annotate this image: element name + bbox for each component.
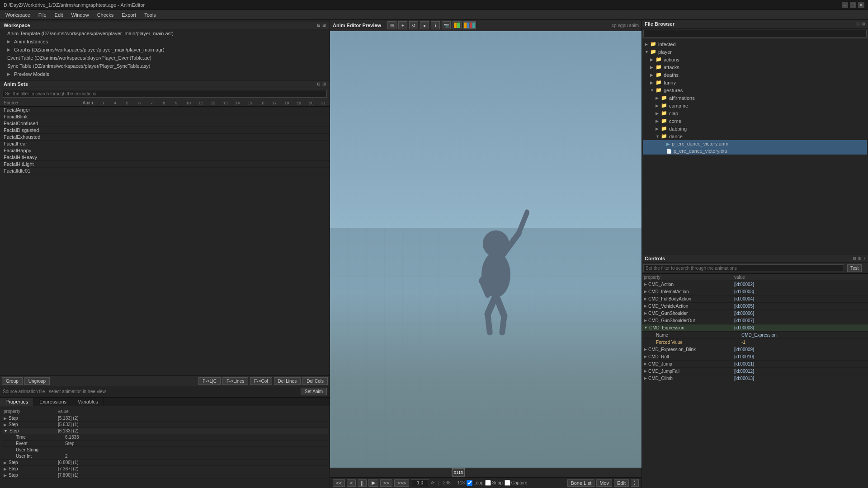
info-button[interactable]: ℹ bbox=[431, 21, 440, 29]
anim-sets-icon-1[interactable]: ⊟ bbox=[317, 82, 321, 86]
expand-icon[interactable]: ▶ bbox=[644, 289, 647, 294]
expand-icon[interactable]: ▶ bbox=[644, 354, 647, 359]
anim-row[interactable]: FacialBlink bbox=[0, 113, 330, 120]
color-mode-button[interactable] bbox=[463, 21, 476, 29]
minimize-button[interactable]: ─ bbox=[842, 2, 848, 8]
capture-checkbox[interactable] bbox=[505, 480, 510, 486]
frame-start-button[interactable]: << bbox=[333, 479, 345, 487]
file-tree-item[interactable]: ▶📁deaths bbox=[643, 71, 867, 79]
prop-row[interactable]: User Int 2 bbox=[2, 453, 328, 460]
file-tree-item[interactable]: 📄p_erc_dance_victory.txa bbox=[643, 147, 867, 155]
ctrl-icon-2[interactable]: ⊞ bbox=[858, 256, 862, 261]
anim-set-btn-del-lines[interactable]: Del Lines bbox=[274, 377, 301, 385]
file-tree-item[interactable]: ▼📁gestures bbox=[643, 86, 867, 94]
menu-item-tools[interactable]: Tools bbox=[141, 11, 160, 19]
workspace-item[interactable]: ▶Preview Models bbox=[0, 70, 330, 78]
dot-button[interactable]: ● bbox=[420, 21, 429, 29]
collapse-arrow-icon[interactable]: ▼ bbox=[4, 429, 8, 433]
menu-item-file[interactable]: File bbox=[35, 11, 50, 19]
expand-arrow-icon[interactable]: ▶ bbox=[4, 473, 7, 478]
expand-arrow-icon[interactable]: ▶ bbox=[4, 467, 7, 471]
anim-set-btn-ungroup[interactable]: Ungroup bbox=[24, 377, 50, 385]
props-tab-variables[interactable]: Variables bbox=[72, 398, 104, 406]
prop-row[interactable]: ▶ Step [5.133] (2) bbox=[2, 415, 328, 422]
controls-row[interactable]: ▶ CMD_GunShoulderOut [id:00007] bbox=[642, 317, 868, 324]
file-tree-item[interactable]: ▶📁infected bbox=[643, 40, 867, 48]
anim-row[interactable]: FacialAnger bbox=[0, 107, 330, 113]
ctrl-icon-1[interactable]: ⊟ bbox=[853, 256, 856, 261]
expand-icon[interactable]: ▶ bbox=[644, 347, 647, 352]
snap-checkbox-label[interactable]: Snap bbox=[485, 480, 502, 486]
prop-row[interactable]: ▶ Step [5.633] (1) bbox=[2, 422, 328, 428]
capture-checkbox-label[interactable]: Capture bbox=[505, 480, 528, 486]
fb-icon-2[interactable]: ⊞ bbox=[862, 22, 865, 26]
expand-icon[interactable]: ▶ bbox=[644, 296, 647, 301]
expand-icon[interactable]: ▶ bbox=[644, 361, 647, 366]
controls-row[interactable]: ▶ CMD_Roll [id:00010] bbox=[642, 353, 868, 361]
set-anim-button[interactable]: Set Anim bbox=[301, 388, 327, 395]
menu-item-export[interactable]: Export bbox=[118, 11, 140, 19]
file-tree-item[interactable]: ▶📁clap bbox=[643, 109, 867, 117]
controls-row[interactable]: ▼ CMD_Expression [id:00008] bbox=[642, 324, 868, 332]
prop-row[interactable]: ▶ Step [6.800] (1) bbox=[2, 460, 328, 466]
pause-button[interactable]: || bbox=[358, 479, 367, 487]
frame-fwd-button[interactable]: >> bbox=[380, 479, 392, 487]
timeline-ruler[interactable]: 0113 bbox=[330, 468, 642, 477]
expand-arrow-icon[interactable]: ▶ bbox=[4, 460, 7, 465]
anim-row[interactable]: FacialIdle01 bbox=[0, 168, 330, 174]
expand-icon[interactable]: ▶ bbox=[644, 369, 647, 373]
expand-icon[interactable]: ▶ bbox=[644, 311, 647, 315]
workspace-item[interactable]: ▶Anim Instances bbox=[0, 38, 330, 46]
anim-row[interactable]: FacialConfused bbox=[0, 120, 330, 127]
expand-icon[interactable]: ▶ bbox=[644, 304, 647, 308]
expand-icon[interactable]: ▶ bbox=[644, 318, 647, 323]
anim-row[interactable]: FacialHappy bbox=[0, 147, 330, 154]
workspace-item[interactable]: Anim Template (DZ/anims/workspaces/playe… bbox=[0, 29, 330, 38]
anim-set-btn-group[interactable]: Group bbox=[2, 377, 23, 385]
prop-row[interactable]: Event Step bbox=[2, 441, 328, 447]
workspace-item[interactable]: Event Table (DZ/anims/workspaces/player/… bbox=[0, 54, 330, 62]
menu-item-window[interactable]: Window bbox=[68, 11, 93, 19]
expand-icon[interactable]: ▶ bbox=[644, 376, 647, 380]
frame-back-button[interactable]: < bbox=[347, 479, 356, 487]
expand-icon[interactable]: ▶ bbox=[644, 282, 647, 286]
props-tab-properties[interactable]: Properties bbox=[0, 398, 34, 406]
speed-input[interactable] bbox=[411, 479, 429, 486]
controls-row[interactable]: ▶ CMD_VehicleAction [id:00005] bbox=[642, 303, 868, 310]
grid-view-button[interactable]: ⊞ bbox=[387, 21, 396, 29]
controls-row[interactable]: ▶ CMD_GunShoulder [id:00006] bbox=[642, 310, 868, 317]
controls-row[interactable]: ▶ CMD_Jump [id:00011] bbox=[642, 361, 868, 368]
file-tree-item[interactable]: ▶p_erc_dance_victory.anm bbox=[643, 140, 867, 147]
anim-sets-filter-input[interactable] bbox=[3, 90, 327, 98]
loop-checkbox-label[interactable]: Loop bbox=[467, 480, 483, 486]
forced-value-row[interactable]: Forced Value -1 bbox=[642, 339, 868, 346]
workspace-item[interactable]: Sync Table (DZ/anims/workspaces/player/P… bbox=[0, 62, 330, 70]
frame-end-button[interactable]: >>> bbox=[394, 479, 409, 487]
menu-item-checks[interactable]: Checks bbox=[94, 11, 118, 19]
prop-row[interactable]: Time 6.1333 bbox=[2, 434, 328, 441]
file-tree-item[interactable]: ▶📁affirmations bbox=[643, 94, 867, 102]
anim-row[interactable]: FacialHitLight bbox=[0, 161, 330, 168]
add-view-button[interactable]: + bbox=[398, 21, 407, 29]
anim-set-btn-f--lines[interactable]: F->Lines bbox=[222, 377, 248, 385]
expand-arrow-icon[interactable]: ▶ bbox=[4, 416, 7, 421]
maximize-button[interactable]: □ bbox=[850, 2, 856, 8]
anim-set-btn-del-cols[interactable]: Del Cols bbox=[302, 377, 328, 385]
controls-row[interactable]: ▶ CMD_Action [id:00002] bbox=[642, 281, 868, 288]
props-tab-expressions[interactable]: Expressions bbox=[34, 398, 72, 406]
prop-row[interactable]: ▶ Step [7.367] (2) bbox=[2, 466, 328, 472]
file-tree-item[interactable]: ▶📁attacks bbox=[643, 63, 867, 71]
refresh-button[interactable]: ↺ bbox=[409, 21, 418, 29]
play-button[interactable]: ▶ bbox=[368, 479, 378, 487]
file-browser-filter-input[interactable] bbox=[643, 30, 867, 38]
controls-filter-input[interactable] bbox=[643, 264, 844, 272]
controls-row[interactable]: ▶ CMD_FullBodyAction [id:00004] bbox=[642, 296, 868, 303]
camera-button[interactable]: 📷 bbox=[442, 21, 451, 29]
controls-row[interactable]: ▶ CMD_InternalAction [id:00003] bbox=[642, 288, 868, 296]
controls-row[interactable]: ▶ CMD_Climb [id:00013] bbox=[642, 375, 868, 382]
ctrl-expand[interactable]: ⟩ bbox=[863, 256, 865, 261]
anim-row[interactable]: FacialFear bbox=[0, 141, 330, 147]
edit-button[interactable]: Edit bbox=[614, 479, 629, 487]
anim-row[interactable]: FacialExhausted bbox=[0, 134, 330, 141]
file-tree-item[interactable]: ▶📁actions bbox=[643, 56, 867, 63]
